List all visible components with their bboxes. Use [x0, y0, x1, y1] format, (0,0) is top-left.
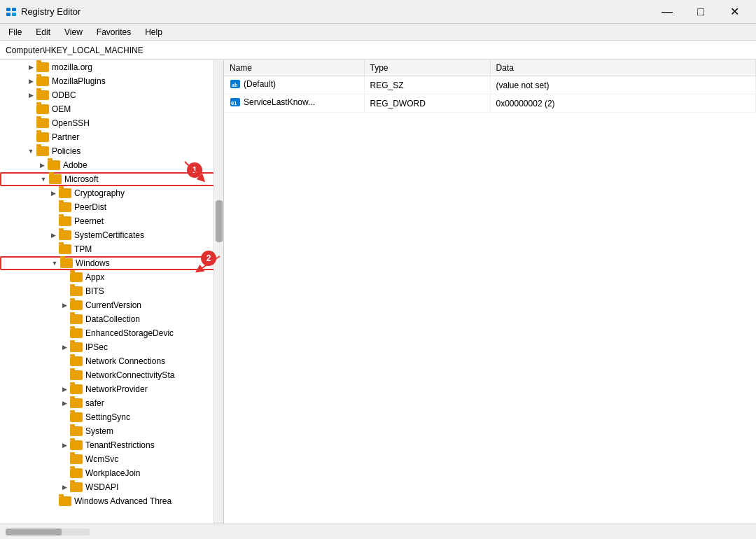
tree-item-openssh[interactable]: OpenSSH [0, 116, 223, 130]
chevron-wsdapi [59, 484, 70, 491]
tree-item-tpm[interactable]: TPM [0, 242, 223, 256]
close-button[interactable]: ✕ [718, 1, 750, 22]
tree-item-mozillaplugins[interactable]: MozillaPlugins [0, 74, 223, 88]
minimize-button[interactable]: — [651, 1, 683, 22]
address-path: Computer\HKEY_LOCAL_MACHINE [6, 46, 144, 55]
col-header-type: Type [364, 60, 490, 76]
label-policies: Policies [52, 146, 80, 156]
chevron-policies [25, 148, 36, 155]
svg-text:ab: ab [232, 82, 238, 88]
table-row[interactable]: 01 ServiceLastKnow... REG_DWORD 0x000000… [224, 94, 756, 113]
label-workplacejoin: WorkplaceJoin [85, 468, 140, 478]
folder-icon-bits [70, 286, 83, 296]
chevron-systemcerts [48, 232, 59, 239]
label-bits: BITS [85, 286, 104, 296]
tree-item-system[interactable]: System [0, 424, 223, 438]
tree-item-oem[interactable]: OEM [0, 102, 223, 116]
tree-scrollbar[interactable] [214, 60, 223, 524]
folder-icon-openssh [36, 118, 49, 128]
microsoft-row-container: Microsoft 1 [0, 172, 223, 186]
tree-item-mozilla[interactable]: mozilla.org [0, 60, 223, 74]
tree-item-peerdist[interactable]: PeerDist [0, 200, 223, 214]
folder-icon-ipsec [70, 342, 83, 352]
titlebar-title: Registry Editor [21, 6, 80, 17]
tree-item-cryptography[interactable]: Cryptography [0, 186, 223, 200]
menu-edit[interactable]: Edit [30, 25, 56, 38]
cell-data-default: (value not set) [490, 76, 756, 94]
chevron-adobe [36, 162, 48, 169]
tree-item-windows[interactable]: Windows [0, 256, 223, 270]
tree-item-networkconnsta[interactable]: NetworkConnectivitySta [0, 368, 223, 382]
tree-item-datacollection[interactable]: DataCollection [0, 312, 223, 326]
tree-item-systemcerts[interactable]: SystemCertificates [0, 228, 223, 242]
annotation-badge-2: 2 [201, 251, 216, 266]
folder-icon-oem [36, 104, 49, 114]
label-cryptography: Cryptography [74, 188, 125, 198]
maximize-button[interactable]: □ [685, 1, 717, 22]
chevron-mozillaplugins [25, 78, 36, 85]
tree-item-wsdapi[interactable]: WSDAPI [0, 480, 223, 494]
label-winadvancedthrea: Windows Advanced Threa [74, 496, 172, 506]
tree-item-winadvancedthrea[interactable]: Windows Advanced Threa [0, 494, 223, 508]
folder-icon-enhancedstorage [70, 328, 83, 338]
app-icon [6, 6, 17, 18]
tree-item-workplacejoin[interactable]: WorkplaceJoin [0, 466, 223, 480]
folder-icon-adobe [48, 160, 60, 170]
folder-icon-odbc [36, 90, 49, 100]
statusbar [0, 524, 756, 539]
col-header-name: Name [224, 60, 364, 76]
titlebar-left: Registry Editor [6, 6, 80, 18]
folder-icon-system [70, 426, 83, 436]
label-datacollection: DataCollection [85, 314, 140, 324]
label-safer: safer [85, 398, 104, 408]
tree-panel[interactable]: mozilla.org MozillaPlugins ODBC OEM Open… [0, 60, 224, 524]
annotation-badge-1: 1 [187, 162, 202, 178]
tree-scroll-thumb[interactable] [216, 200, 223, 242]
menu-file[interactable]: File [3, 25, 27, 38]
tree-item-appx[interactable]: Appx [0, 270, 223, 284]
chevron-microsoft [38, 176, 49, 183]
folder-icon-windows [60, 258, 73, 268]
chevron-mozilla [25, 64, 36, 71]
folder-icon-mozilla [36, 62, 49, 72]
tree-item-peernet[interactable]: Peernet [0, 214, 223, 228]
registry-table: Name Type Data ab (Default) [224, 60, 756, 113]
horizontal-scrollbar[interactable] [6, 528, 90, 536]
tree-item-settingsync[interactable]: SettingSync [0, 410, 223, 424]
folder-icon-datacollection [70, 314, 83, 324]
folder-icon-networkconnsta [70, 370, 83, 380]
ab-icon: ab [230, 78, 241, 90]
label-networkconnections: Network Connections [85, 356, 165, 366]
tree-item-networkconnections[interactable]: Network Connections [0, 354, 223, 368]
menu-view[interactable]: View [59, 25, 88, 38]
main-content: mozilla.org MozillaPlugins ODBC OEM Open… [0, 60, 756, 524]
tree-item-bits[interactable]: BITS [0, 284, 223, 298]
label-wsdapi: WSDAPI [85, 482, 118, 492]
horizontal-scroll-thumb[interactable] [6, 528, 62, 536]
label-tenantrestrictions: TenantRestrictions [85, 440, 155, 450]
svg-rect-3 [12, 13, 16, 16]
tree-item-enhancedstorage[interactable]: EnhancedStorageDevic [0, 326, 223, 340]
windows-row-container: Windows 2 [0, 256, 223, 270]
tree-item-networkprovider[interactable]: NetworkProvider [0, 382, 223, 396]
tree-item-odbc[interactable]: ODBC [0, 88, 223, 102]
table-row[interactable]: ab (Default) REG_SZ (value not set) [224, 76, 756, 94]
folder-icon-peernet [59, 216, 71, 226]
label-mozilla: mozilla.org [52, 62, 92, 72]
addressbar: Computer\HKEY_LOCAL_MACHINE [0, 41, 756, 60]
menu-favorites[interactable]: Favorites [91, 25, 136, 38]
label-windows: Windows [76, 258, 110, 268]
tree-item-tenantrestrictions[interactable]: TenantRestrictions [0, 438, 223, 452]
svg-rect-0 [6, 8, 10, 11]
tree-item-policies[interactable]: Policies [0, 144, 223, 158]
folder-icon-systemcerts [59, 230, 71, 240]
tree-item-wcmsvc[interactable]: WcmSvc [0, 452, 223, 466]
label-systemcerts: SystemCertificates [74, 230, 144, 240]
menu-help[interactable]: Help [139, 25, 168, 38]
tree-item-currentversion[interactable]: CurrentVersion [0, 298, 223, 312]
svg-rect-2 [6, 13, 10, 16]
chevron-odbc [25, 92, 36, 99]
tree-item-safer[interactable]: safer [0, 396, 223, 410]
tree-item-ipsec[interactable]: IPSec [0, 340, 223, 354]
tree-item-partner[interactable]: Partner [0, 130, 223, 144]
